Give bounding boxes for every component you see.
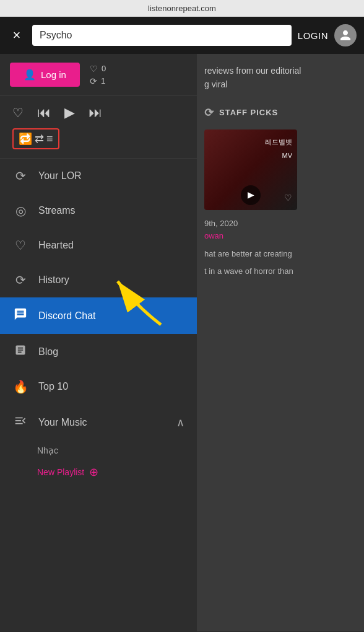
editorial-text: reviews from our editorial: [204, 64, 357, 77]
main-layout: 👤 Log in ♡ 0 ⟳ 1 ♡ ⏮ ▶ ⏭: [0, 54, 364, 631]
prev-button[interactable]: ⏮: [37, 105, 51, 121]
history-nav-icon: ⟳: [12, 273, 28, 287]
browser-bar: listenonrepeat.com: [0, 0, 364, 17]
close-button[interactable]: ×: [7, 27, 26, 43]
header: × LOGIN: [0, 17, 364, 54]
korean-label2: MV: [282, 148, 293, 162]
blog-label: Blog: [38, 346, 58, 358]
sidebar-item-top10[interactable]: 🔥 Top 10: [0, 369, 197, 404]
date-text: 9th, 2020: [204, 217, 357, 230]
playback-row: ♡ ⏮ ▶ ⏭: [12, 105, 184, 121]
login-stats: ♡ 0 ⟳ 1: [90, 64, 106, 86]
staff-picks-row: ⟳ STAFF PICKS: [204, 104, 357, 122]
history-stat: ⟳ 1: [90, 76, 106, 86]
sidebar-item-discord-chat[interactable]: Discord Chat: [0, 297, 197, 334]
user-icon: [339, 29, 352, 42]
discord-chat-label: Discord Chat: [38, 310, 95, 322]
streams-label: Streams: [38, 205, 76, 216]
lor-icon: ⟳: [12, 169, 28, 183]
top10-label: Top 10: [38, 381, 68, 392]
korean-label1: 레드벨벳: [265, 134, 292, 148]
hearted-label: Hearted: [38, 240, 74, 251]
avatar[interactable]: [334, 24, 357, 46]
heart-button[interactable]: ♡: [12, 105, 24, 120]
repeat-button[interactable]: 🔁: [19, 132, 32, 146]
sidebar-item-your-music[interactable]: Your Music ∧: [0, 404, 197, 441]
sidebar-item-hearted[interactable]: ♡ Hearted: [0, 228, 197, 263]
desc-text2: t in a wave of horror than: [204, 265, 357, 278]
sidebar-item-streams[interactable]: ◎ Streams: [0, 193, 197, 228]
thumbnail-play-button[interactable]: ▶: [241, 185, 261, 205]
new-playlist-label: New Playlist: [37, 467, 84, 477]
right-content: reviews from our editorial g viral ⟳ STA…: [197, 54, 364, 631]
mode-row: 🔁 ⇄ ≡: [12, 128, 184, 149]
login-label: Log in: [41, 69, 66, 80]
staff-picks-label: STAFF PICKS: [219, 107, 278, 120]
playlist-label: Nhạc: [37, 445, 58, 455]
your-music-label: Your Music: [38, 417, 87, 428]
streams-icon: ◎: [12, 203, 28, 218]
music-list-icon: [12, 414, 28, 431]
play-button[interactable]: ▶: [64, 105, 75, 121]
history-label: History: [38, 274, 69, 286]
sidebar-item-your-lor[interactable]: ⟳ Your LOR: [0, 159, 197, 193]
your-lor-label: Your LOR: [38, 170, 82, 182]
browser-url: listenonrepeat.com: [148, 4, 216, 13]
history-count: 1: [101, 76, 105, 86]
heart-nav-icon: ♡: [12, 238, 28, 253]
search-input[interactable]: [32, 25, 292, 46]
discord-icon: [12, 307, 28, 324]
staff-picks-icon: ⟳: [204, 104, 214, 122]
new-playlist-button[interactable]: New Playlist ⊕: [0, 460, 197, 489]
sidebar-item-blog[interactable]: Blog: [0, 334, 197, 369]
heart-stat: ♡ 0: [90, 64, 106, 74]
chevron-up-icon: ∧: [176, 416, 184, 429]
heart-icon: ♡: [90, 64, 98, 74]
author-text: owan: [204, 230, 357, 243]
plus-circle-icon: ⊕: [89, 465, 98, 479]
login-section: 👤 Log in ♡ 0 ⟳ 1: [0, 54, 197, 96]
history-icon: ⟳: [90, 76, 97, 86]
playlist-item-nhac[interactable]: Nhạc: [0, 441, 197, 460]
viral-text: g viral: [204, 77, 357, 91]
thumbnail-heart-button[interactable]: ♡: [284, 191, 292, 204]
queue-button[interactable]: ≡: [46, 133, 53, 146]
sidebar-item-history[interactable]: ⟳ History: [0, 263, 197, 297]
sidebar: 👤 Log in ♡ 0 ⟳ 1 ♡ ⏮ ▶ ⏭: [0, 54, 197, 631]
login-button[interactable]: LOGIN: [298, 30, 328, 41]
mode-box: 🔁 ⇄ ≡: [12, 128, 59, 149]
fire-icon: 🔥: [12, 379, 28, 394]
login-button[interactable]: 👤 Log in: [10, 63, 80, 87]
shuffle-button[interactable]: ⇄: [35, 132, 44, 146]
content-area: reviews from our editorial g viral ⟳ STA…: [197, 54, 364, 287]
user-icon: 👤: [24, 69, 36, 81]
next-button[interactable]: ⏭: [89, 105, 102, 121]
video-thumbnail[interactable]: 레드벨벳 MV ▶ ♡: [204, 129, 297, 210]
desc-text1: hat are better at creating: [204, 248, 357, 260]
blog-icon: [12, 344, 28, 359]
player-controls: ♡ ⏮ ▶ ⏭ 🔁 ⇄ ≡: [0, 96, 197, 159]
heart-count: 0: [102, 64, 106, 73]
